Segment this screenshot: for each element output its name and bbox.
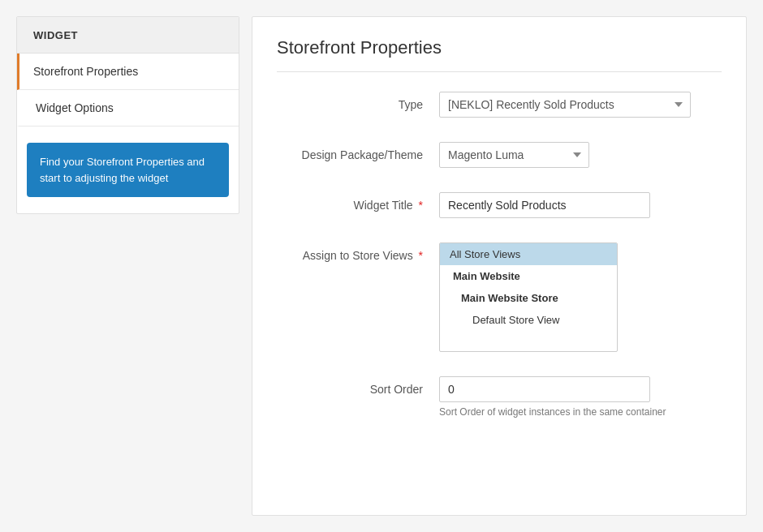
sidebar-item-widget-options[interactable]: Widget Options bbox=[17, 90, 239, 127]
store-views-control: All Store Views Main Website Main Websit… bbox=[439, 242, 722, 352]
required-star: * bbox=[419, 199, 423, 212]
type-select-wrapper: [NEKLO] Recently Sold Products bbox=[439, 92, 691, 118]
sidebar: WIDGET Storefront Properties Widget Opti… bbox=[16, 16, 239, 214]
list-item[interactable]: All Store Views bbox=[440, 243, 617, 265]
sort-order-input[interactable] bbox=[439, 376, 650, 402]
widget-title-label: Widget Title * bbox=[277, 192, 439, 212]
design-package-select[interactable]: Magento Luma bbox=[439, 142, 589, 168]
sidebar-header: WIDGET bbox=[17, 17, 239, 54]
main-content: Storefront Properties Type [NEKLO] Recen… bbox=[252, 16, 747, 516]
sort-order-control: Sort Order of widget instances in the sa… bbox=[439, 376, 722, 418]
sort-order-row: Sort Order Sort Order of widget instance… bbox=[277, 370, 722, 418]
sidebar-item-label: Widget Options bbox=[36, 101, 114, 114]
tooltip-text: Find your Storefront Properties and star… bbox=[40, 156, 205, 184]
required-star-store: * bbox=[419, 249, 423, 262]
sort-order-label: Sort Order bbox=[277, 376, 439, 396]
store-views-label: Assign to Store Views * bbox=[277, 242, 439, 262]
list-item[interactable]: Main Website Store bbox=[440, 287, 617, 309]
design-package-label: Design Package/Theme bbox=[277, 142, 439, 161]
store-views-listbox[interactable]: All Store Views Main Website Main Websit… bbox=[439, 242, 618, 352]
type-select[interactable]: [NEKLO] Recently Sold Products bbox=[439, 92, 691, 118]
widget-title-row: Widget Title * bbox=[277, 186, 722, 218]
design-package-row: Design Package/Theme Magento Luma bbox=[277, 135, 722, 168]
page-title: Storefront Properties bbox=[277, 37, 722, 72]
widget-title-control bbox=[439, 192, 722, 218]
list-item[interactable]: Main Website bbox=[440, 265, 617, 287]
type-control: [NEKLO] Recently Sold Products bbox=[439, 92, 722, 118]
sidebar-item-storefront-properties[interactable]: Storefront Properties bbox=[17, 54, 239, 90]
store-views-row: Assign to Store Views * All Store Views … bbox=[277, 236, 722, 352]
sidebar-section-label: WIDGET bbox=[33, 29, 78, 41]
design-package-control: Magento Luma bbox=[439, 142, 722, 168]
list-item[interactable]: Default Store View bbox=[440, 309, 617, 331]
design-package-select-wrapper: Magento Luma bbox=[439, 142, 589, 168]
sidebar-tooltip: Find your Storefront Properties and star… bbox=[27, 143, 229, 197]
sort-order-hint: Sort Order of widget instances in the sa… bbox=[439, 406, 722, 418]
widget-title-input[interactable] bbox=[439, 192, 650, 218]
type-row: Type [NEKLO] Recently Sold Products bbox=[277, 85, 722, 118]
type-label: Type bbox=[277, 92, 439, 111]
sidebar-item-label: Storefront Properties bbox=[33, 65, 138, 78]
